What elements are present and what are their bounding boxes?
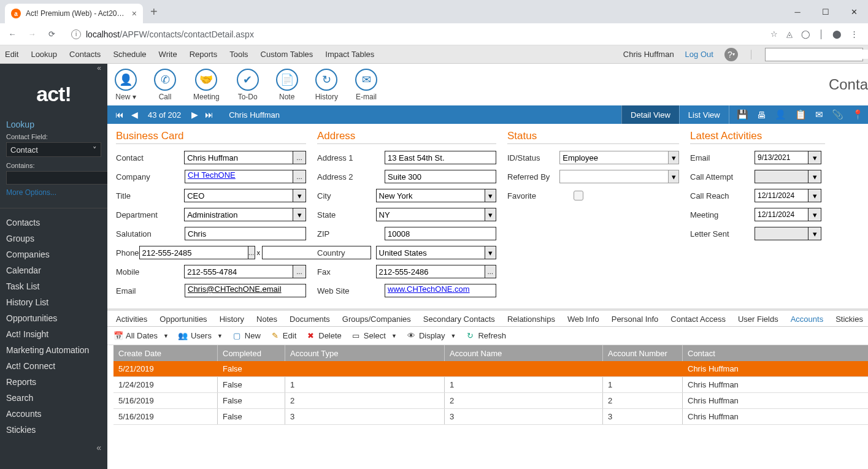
la-letter-dropdown-icon[interactable]: ▾ <box>808 227 821 240</box>
department-dropdown-icon[interactable]: ▾ <box>293 208 306 221</box>
tool-delete[interactable]: ✖Delete <box>306 331 342 340</box>
url-bar[interactable]: i localhost/APFW/contacts/contactDetail.… <box>65 29 763 39</box>
nav-reports[interactable]: Reports <box>0 374 107 390</box>
mobile-format-icon[interactable]: … <box>293 265 306 278</box>
tab-user-fields[interactable]: User Fields <box>738 315 778 324</box>
tab-secondary-contacts[interactable]: Secondary Contacts <box>423 315 495 324</box>
tool-edit[interactable]: ✎Edit <box>271 331 296 340</box>
nav-opportunities[interactable]: Opportunities <box>0 310 107 326</box>
state-dropdown-icon[interactable]: ▾ <box>485 208 496 221</box>
nav-companies[interactable]: Companies <box>0 246 107 262</box>
nav-task-list[interactable]: Task List <box>0 278 107 294</box>
doc-icon[interactable]: 📋 <box>795 109 807 120</box>
ribbon-history[interactable]: ↻History <box>315 69 338 101</box>
la-letter-date[interactable] <box>755 227 808 240</box>
search-input[interactable] <box>768 50 868 59</box>
ribbon-meeting[interactable]: 🤝Meeting <box>193 69 220 101</box>
tool-display[interactable]: 👁Display ▼ <box>407 331 456 340</box>
star-icon[interactable]: ☆ <box>770 29 778 39</box>
nav-accounts[interactable]: Accounts <box>0 406 107 422</box>
th-create-date[interactable]: Create Date <box>113 345 218 361</box>
nav-history-list[interactable]: History List <box>0 294 107 310</box>
idstatus-dropdown-icon[interactable]: ▾ <box>668 151 679 164</box>
th-account-name[interactable]: Account Name <box>445 345 603 361</box>
tab-history[interactable]: History <box>220 315 244 324</box>
circle-icon[interactable]: ◯ <box>801 29 810 39</box>
first-record-icon[interactable]: ⏮ <box>112 110 127 120</box>
nav-stickies[interactable]: Stickies <box>0 422 107 438</box>
tool-refresh[interactable]: ↻Refresh <box>466 331 506 340</box>
company-input[interactable]: CH TechONE <box>185 170 293 183</box>
menu-contacts[interactable]: Contacts <box>69 50 101 59</box>
country-dropdown-icon[interactable]: ▾ <box>485 246 496 259</box>
tab-documents[interactable]: Documents <box>290 315 330 324</box>
addr1-input[interactable] <box>385 151 496 164</box>
company-link[interactable]: CH TechONE <box>188 170 236 180</box>
tab-stickies[interactable]: Stickies <box>835 315 863 324</box>
tab-personal-info[interactable]: Personal Info <box>612 315 659 324</box>
contact-lookup-icon[interactable]: … <box>293 151 306 164</box>
filter-users[interactable]: 👥Users ▼ <box>179 331 223 340</box>
ribbon-note[interactable]: 📄Note <box>276 69 298 101</box>
avatar-icon[interactable]: ⬤ <box>832 29 842 39</box>
minimize-icon[interactable]: ─ <box>783 0 812 23</box>
table-row[interactable]: 5/16/2019False333Chris Huffman <box>113 409 868 425</box>
drive-icon[interactable]: ◬ <box>786 29 793 39</box>
tab-web-info[interactable]: Web Info <box>567 315 599 324</box>
city-dropdown-icon[interactable]: ▾ <box>485 189 496 202</box>
th-account-number[interactable]: Account Number <box>603 345 683 361</box>
close-icon[interactable]: ✕ <box>840 0 868 23</box>
table-row[interactable]: 1/24/2019False111Chris Huffman <box>113 377 868 393</box>
browser-tab[interactable]: a Act! Premium (Web) - Act2019De × <box>5 4 143 23</box>
ribbon-call[interactable]: ✆Call <box>154 69 176 101</box>
back-icon[interactable]: ← <box>6 28 18 40</box>
prev-record-icon[interactable]: ◀ <box>127 110 142 120</box>
print-icon[interactable]: 🖶 <box>757 110 766 120</box>
state-input[interactable] <box>376 208 485 221</box>
phone-input[interactable] <box>139 246 248 259</box>
contains-input[interactable] <box>6 171 111 185</box>
email-input[interactable]: Chris@CHTechONE.email <box>185 284 306 297</box>
tab-relationships[interactable]: Relationships <box>507 315 555 324</box>
nav-collapse-icon[interactable]: « <box>0 439 107 456</box>
addr2-input[interactable] <box>385 170 496 183</box>
website-input[interactable]: www.CHTechONE.com <box>385 284 496 297</box>
phone-format-icon[interactable]: … <box>248 246 255 259</box>
menu-tools[interactable]: Tools <box>229 50 248 59</box>
contact-field-select[interactable]: Contact ˅ <box>6 142 101 157</box>
filter-dates[interactable]: 📅All Dates ▼ <box>113 331 169 340</box>
ribbon-email[interactable]: ✉E-mail <box>355 69 377 101</box>
reload-icon[interactable]: ⟳ <box>45 28 58 40</box>
next-record-icon[interactable]: ▶ <box>187 110 202 120</box>
nav-act-connect[interactable]: Act! Connect <box>0 358 107 374</box>
website-link[interactable]: www.CHTechONE.com <box>388 284 470 294</box>
maximize-icon[interactable]: ☐ <box>812 0 840 23</box>
logout-link[interactable]: Log Out <box>685 50 713 59</box>
tab-activities[interactable]: Activities <box>116 315 147 324</box>
idstatus-input[interactable] <box>559 151 669 164</box>
la-email-dropdown-icon[interactable]: ▾ <box>808 151 821 164</box>
table-row[interactable]: 5/21/2019FalseChris Huffman <box>113 361 868 377</box>
menu-custom-tables[interactable]: Custom Tables <box>261 50 313 59</box>
fax-format-icon[interactable]: … <box>485 265 496 278</box>
email-value[interactable]: Chris@CHTechONE.email <box>188 284 282 294</box>
menu-impact-tables[interactable]: Impact Tables <box>325 50 374 59</box>
more-options-link[interactable]: More Options... <box>6 188 101 197</box>
department-input[interactable] <box>184 208 293 221</box>
ribbon-todo[interactable]: ✔To-Do <box>237 69 259 101</box>
fax-input[interactable] <box>376 265 485 278</box>
title-dropdown-icon[interactable]: ▾ <box>293 189 306 202</box>
nav-search[interactable]: Search <box>0 390 107 406</box>
attach-icon[interactable]: 📎 <box>832 109 843 120</box>
tab-groups-companies[interactable]: Groups/Companies <box>342 315 411 324</box>
company-lookup-icon[interactable]: … <box>293 170 306 183</box>
la-attempt-date[interactable] <box>755 170 808 183</box>
menu-edit[interactable]: Edit <box>5 50 18 59</box>
tab-accounts[interactable]: Accounts <box>791 315 823 324</box>
tab-contact-access[interactable]: Contact Access <box>670 315 726 324</box>
referredby-input[interactable] <box>559 170 669 183</box>
zip-input[interactable] <box>385 227 496 240</box>
title-input[interactable] <box>184 189 293 202</box>
table-row[interactable]: 5/16/2019False222Chris Huffman <box>113 393 868 409</box>
country-input[interactable] <box>376 246 485 259</box>
